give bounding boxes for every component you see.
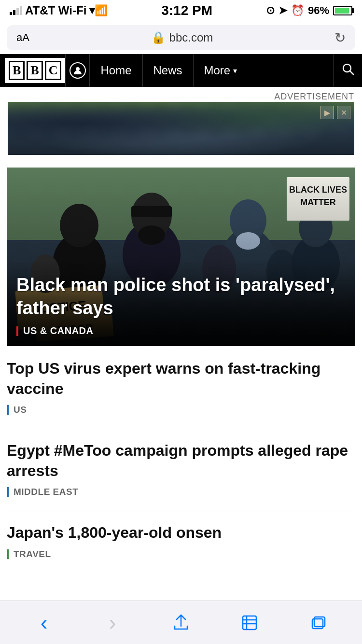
forward-icon: › xyxy=(109,611,116,635)
url-display[interactable]: 🔒 bbc.com xyxy=(151,31,213,44)
wifi-icon: ▾📶 xyxy=(89,4,108,17)
time-display: 3:12 PM xyxy=(161,3,212,18)
ad-background xyxy=(8,102,354,155)
news-item-1-category: US xyxy=(7,405,355,415)
url-text[interactable]: bbc.com xyxy=(169,31,213,44)
status-bar: AT&T Wi-Fi ▾📶 3:12 PM ⊙ ➤ ⏰ 96% xyxy=(0,0,362,21)
nav-home[interactable]: Home xyxy=(89,54,142,87)
safari-toolbar: ‹ › xyxy=(0,601,362,644)
svg-point-0 xyxy=(76,67,80,71)
alarm-icon: ⏰ xyxy=(291,4,304,17)
bbc-c: C xyxy=(45,61,62,80)
back-icon: ‹ xyxy=(41,611,48,635)
nav-news[interactable]: News xyxy=(142,54,193,87)
battery-indicator xyxy=(333,6,352,15)
main-article[interactable]: BLACK LIVES MATTER JUSTICE JACOB xyxy=(7,168,355,346)
nav-more-label: More xyxy=(204,64,231,77)
news-item-3-title: Japan's 1,800-year-old onsen xyxy=(7,523,355,543)
reload-button[interactable]: ↻ xyxy=(334,30,346,46)
tabs-button[interactable] xyxy=(304,608,333,637)
category-bar-red xyxy=(16,326,18,336)
ad-controls: ▶ ✕ xyxy=(320,106,350,119)
news-list: Top US virus expert warns on fast-tracki… xyxy=(0,346,362,572)
bbc-navigation: B B C Home News More ▾ xyxy=(0,54,362,87)
search-icon xyxy=(341,62,355,79)
news-item-3[interactable]: Japan's 1,800-year-old onsen TRAVEL xyxy=(7,510,355,572)
ad-label: ADVERTISEMENT xyxy=(8,92,354,102)
category-text-3: TRAVEL xyxy=(14,549,51,560)
battery-percent: 96% xyxy=(308,4,329,17)
font-size-control[interactable]: aA xyxy=(16,31,29,44)
forward-button[interactable]: › xyxy=(98,608,127,637)
bbc-logo[interactable]: B B C xyxy=(5,58,65,83)
tabs-icon xyxy=(309,614,327,631)
search-button[interactable] xyxy=(333,54,362,87)
svg-point-1 xyxy=(343,64,351,72)
share-icon xyxy=(172,614,190,632)
bbc-b2: B xyxy=(27,61,42,80)
share-button[interactable] xyxy=(167,608,195,637)
news-item-1[interactable]: Top US virus expert warns on fast-tracki… xyxy=(7,346,355,428)
location-icon: ⊙ xyxy=(266,4,275,17)
category-bar-blue-2 xyxy=(7,487,9,497)
status-right: ⊙ ➤ ⏰ 96% xyxy=(266,4,352,17)
category-bar-green-3 xyxy=(7,549,9,559)
account-button[interactable] xyxy=(65,54,89,87)
address-bar[interactable]: aA 🔒 bbc.com ↻ xyxy=(7,25,355,50)
account-icon xyxy=(70,62,86,79)
article-image: BLACK LIVES MATTER JUSTICE JACOB xyxy=(7,168,355,346)
nav-links: Home News More ▾ xyxy=(89,54,248,87)
carrier-label: AT&T Wi-Fi xyxy=(25,4,86,17)
bookmarks-button[interactable] xyxy=(235,608,264,637)
article-overlay: Black man police shot is 'paralysed', fa… xyxy=(7,259,355,346)
category-label: US & CANADA xyxy=(23,325,94,336)
news-item-2-title: Egypt #MeToo campaign prompts alleged ra… xyxy=(7,441,355,481)
bbc-b1: B xyxy=(9,61,25,80)
news-item-2-category: MIDDLE EAST xyxy=(7,487,355,497)
bookmarks-icon xyxy=(241,614,258,631)
signal-bars xyxy=(10,6,22,15)
news-item-2[interactable]: Egypt #MeToo campaign prompts alleged ra… xyxy=(7,428,355,510)
category-text-2: MIDDLE EAST xyxy=(14,487,78,497)
news-item-3-category: TRAVEL xyxy=(7,549,355,560)
navigation-icon: ➤ xyxy=(278,4,287,17)
svg-rect-28 xyxy=(243,616,256,630)
ad-banner[interactable]: CB2 SHOP NEW ARRIVALS ▶ ✕ xyxy=(8,102,354,155)
ad-close-btn[interactable]: ✕ xyxy=(337,106,350,119)
battery-fill xyxy=(335,8,349,14)
back-button[interactable]: ‹ xyxy=(29,608,58,637)
lock-icon: 🔒 xyxy=(151,31,166,44)
news-item-1-title: Top US virus expert warns on fast-tracki… xyxy=(7,359,355,399)
ad-forward-btn[interactable]: ▶ xyxy=(320,106,334,119)
status-left: AT&T Wi-Fi ▾📶 xyxy=(10,4,108,17)
category-text-1: US xyxy=(14,405,27,415)
ad-section: ADVERTISEMENT CB2 SHOP NEW ARRIVALS ▶ ✕ xyxy=(0,87,362,158)
category-bar-blue-1 xyxy=(7,405,9,415)
svg-line-2 xyxy=(350,71,354,75)
nav-more[interactable]: More ▾ xyxy=(193,54,248,87)
article-headline: Black man police shot is 'paralysed', fa… xyxy=(16,274,346,320)
chevron-down-icon: ▾ xyxy=(233,66,237,75)
article-category: US & CANADA xyxy=(16,325,346,336)
battery-icon xyxy=(333,6,352,15)
